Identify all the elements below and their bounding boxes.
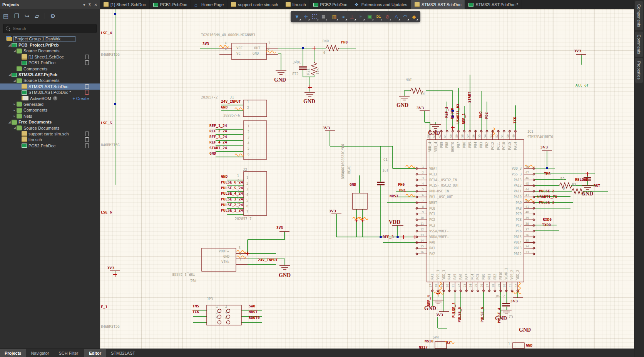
crosshair-icon[interactable]: ✛ <box>301 12 310 21</box>
tree-item-components[interactable]: ▸Components <box>0 107 100 113</box>
doc-tab-stm32last-pcbdoc[interactable]: STM32LAST.PcbDoc * <box>465 0 522 9</box>
panel-tab-navigator[interactable]: Navigator <box>26 349 54 357</box>
arc-icon[interactable]: ◠ <box>401 12 410 21</box>
expand-arrow[interactable]: ◢ <box>7 73 12 77</box>
stm32-chip-body[interactable] <box>427 140 524 282</box>
expand-arrow[interactable]: ◢ <box>7 120 12 124</box>
tree-item-ltrx-sch[interactable]: ltrx.sch <box>0 137 100 143</box>
panel-tab-comments[interactable]: Comments <box>635 32 643 57</box>
tree-item-label: PCB_Project.PrjPcb <box>18 43 59 47</box>
chip-pin-text: 12 <box>420 228 424 231</box>
doc-tab-support-carte-sim-sch[interactable]: support carte sim.sch <box>227 0 282 9</box>
chip-pin-text: 19 <box>440 284 444 287</box>
schematic-drawing[interactable]: 1VBAT2PC133PC14-_OSC32_IN4PC15-_OSC32_OU… <box>100 9 634 349</box>
tree-item-source-documents[interactable]: ◢Source Documents <box>0 78 100 83</box>
tree-item-source-documents[interactable]: ◢Source Documents <box>0 125 100 131</box>
doc-tab-ltrx-sch[interactable]: ltrx.sch <box>282 0 310 9</box>
forward-icon[interactable]: ↪ <box>25 13 30 20</box>
chip-pin-text: 10 <box>420 216 424 220</box>
tree-item-stm32last-pcbdoc[interactable]: STM32LAST.PcbDoc * <box>0 90 100 95</box>
document-state-icon <box>85 55 89 59</box>
designator-icon[interactable]: D1 <box>374 12 383 21</box>
tree-item-components[interactable]: Components <box>0 66 100 72</box>
expand-arrow[interactable]: ◢ <box>12 49 17 53</box>
editor-tab-stm32last[interactable]: STM32LAST <box>106 349 140 357</box>
chip-pin-text: 62 <box>438 134 442 138</box>
junction-icon[interactable]: ◆ <box>410 12 418 21</box>
expand-arrow[interactable]: ▸ <box>12 108 17 112</box>
sheet-symbol-icon[interactable]: ▣ <box>365 12 374 21</box>
place-wire-icon[interactable]: ≈ <box>339 12 348 21</box>
chip-pin-text: VBAT <box>429 167 437 170</box>
chip-pin-text: PB5 <box>468 142 472 148</box>
chip-pin-text: VSSA/VREF- <box>429 229 449 233</box>
expand-arrow[interactable]: ◢ <box>12 79 17 82</box>
tree-item-project-group-1-dsnwrk[interactable]: Project Group 1.DsnWrk <box>0 36 100 42</box>
doc-tab-stm32last-schdoc[interactable]: STM32LAST.SchDoc <box>411 0 465 9</box>
chip-pin-text: PB6 <box>462 142 466 148</box>
doc-tab-1-sheet1-schdoc[interactable]: [1] Sheet1.SchDoc <box>100 0 150 9</box>
resistors[interactable] <box>311 45 584 194</box>
panel-tab-properties[interactable]: Properties <box>635 58 643 83</box>
place-part-icon[interactable]: ▥ <box>330 12 339 21</box>
tree-item-1-sheet1-schdoc[interactable]: [1] Sheet1.SchDoc <box>0 54 100 60</box>
doc-tab-label: PCB1.PcbDoc <box>160 2 187 7</box>
pin-icon[interactable]: ⊼ <box>88 3 91 7</box>
chip-pin-text: PC12 <box>491 142 495 150</box>
doc-tab-extensions-and-updates[interactable]: ❖Extensions and Updates <box>351 0 411 9</box>
chip-pin-text: 51 <box>500 134 504 138</box>
tree-item-label: support carte sim.sch <box>28 132 69 136</box>
expand-arrow[interactable]: ◢ <box>7 43 12 47</box>
panel-tab-projects[interactable]: Projects <box>0 349 26 357</box>
tree-item-generated[interactable]: ▸Generated <box>0 101 100 107</box>
sch-icon <box>22 137 27 142</box>
filter-icon[interactable]: ▼ <box>293 12 301 21</box>
chip-pin-text: PA2 <box>429 252 435 256</box>
align-icon[interactable]: ≣ <box>319 12 328 21</box>
doc-tab-pcb1-pcbdoc[interactable]: PCB1.PcbDoc <box>150 0 191 9</box>
dropdown-arrow-icon[interactable]: ▾ <box>83 3 85 7</box>
place-text-icon[interactable]: A <box>392 12 401 21</box>
tree-item-label: PCB1.PcbDoc <box>28 60 55 65</box>
expand-arrow[interactable]: ◢ <box>12 126 17 130</box>
doc-tab-pcb2-pcbdoc[interactable]: PCB2.PcbDoc <box>310 0 351 9</box>
editor-tab-editor[interactable]: Editor <box>84 349 106 357</box>
chip-pin-text: 23 <box>463 284 467 287</box>
panel-tab-components[interactable]: Components <box>635 1 643 30</box>
tree-item-free-documents[interactable]: ◢Free Documents <box>0 119 100 125</box>
power-port-icon[interactable]: ⊥ <box>348 12 356 21</box>
close-icon[interactable]: ✕ <box>94 3 97 7</box>
no-erc-icon[interactable]: ⊘ <box>383 12 392 21</box>
chip-pin-text: 14 <box>420 239 424 242</box>
create-link[interactable]: + Create <box>73 96 89 101</box>
save-icon[interactable]: ▤ <box>3 13 8 20</box>
tree-item-pcb2-pcbdoc[interactable]: PCB2.PcbDoc <box>0 143 100 148</box>
tree-item-label: Components <box>23 67 47 71</box>
tree-item-source-documents[interactable]: ◢Source Documents <box>0 48 100 54</box>
panel-tab-sch-filter[interactable]: SCH Filter <box>54 349 84 357</box>
tree-item-stm32last-prjpcb[interactable]: ◢STM32LAST.PrjPcb <box>0 72 100 77</box>
chip-pin-text: 8 <box>422 205 424 209</box>
doc-tab-home-page[interactable]: ⌂Home Page <box>191 0 227 9</box>
tree-item-label: Nets <box>23 114 32 118</box>
doc-tab-label: PCB2.PcbDoc <box>320 2 347 7</box>
search-box[interactable] <box>3 24 97 33</box>
chip-pin-text: 59 <box>455 134 458 138</box>
right-panel-strip: ComponentsCommentsProperties <box>634 0 644 357</box>
schematic-editor-canvas[interactable]: 1VBAT2PC133PC14-_OSC32_IN4PC15-_OSC32_OU… <box>100 9 634 349</box>
tree-item-pcb-project-prjpcb[interactable]: ◢PCB_Project.PrjPcb <box>0 42 100 48</box>
marquee-select-icon[interactable] <box>310 12 319 21</box>
search-input[interactable] <box>12 26 94 31</box>
tree-item-pcb1-pcbdoc[interactable]: PCB1.PcbDoc <box>0 60 100 66</box>
tree-item-activebom[interactable]: ActiveBOM?+ Create <box>0 95 100 101</box>
copy-documents-icon[interactable]: ❐ <box>14 13 19 20</box>
tree-item-nets[interactable]: ▸Nets <box>0 113 100 119</box>
pcb-icon <box>22 143 27 148</box>
tree-item-stm32last-schdoc[interactable]: STM32LAST.SchDoc <box>0 83 100 89</box>
tree-item-support-carte-sim-sch[interactable]: support carte sim.sch <box>0 131 100 137</box>
bus-entry-icon[interactable]: ⊦ <box>356 12 365 21</box>
expand-arrow[interactable]: ▸ <box>12 114 17 118</box>
folder-settings-icon[interactable]: ▱ <box>35 13 39 20</box>
settings-gear-icon[interactable]: ⚙ <box>50 13 55 20</box>
expand-arrow[interactable]: ▸ <box>12 102 17 106</box>
